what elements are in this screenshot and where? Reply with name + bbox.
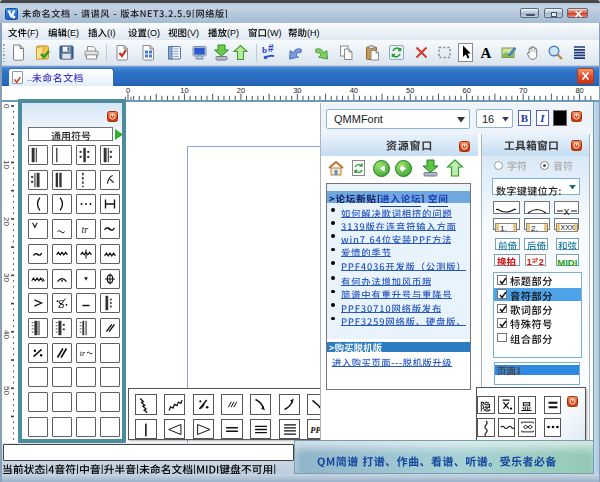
svg-text:PPP: PPP [310, 425, 320, 435]
svg-text:#: # [268, 44, 274, 54]
svg-text:2.: 2. [531, 223, 538, 232]
svg-text:b: b [262, 45, 267, 55]
svg-text:tr: tr [79, 348, 85, 357]
svg-text:1.: 1. [500, 223, 507, 232]
svg-text:tr: tr [81, 224, 88, 235]
svg-text:A: A [480, 45, 491, 61]
svg-text:XXX: XXX [560, 224, 574, 231]
svg-text:X: X [563, 207, 569, 217]
